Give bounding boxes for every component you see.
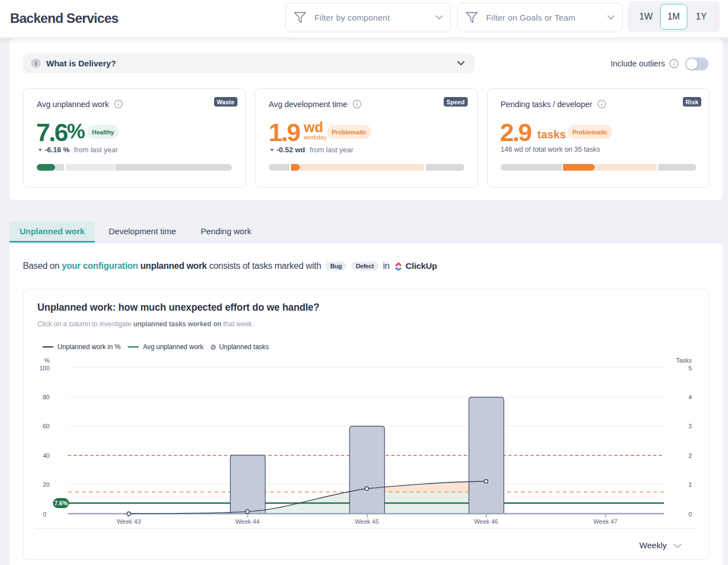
svg-text:Tasks: Tasks: [676, 357, 692, 364]
svg-text:4: 4: [688, 394, 692, 400]
svg-text:Week 47: Week 47: [593, 518, 617, 525]
svg-text:7.6%: 7.6%: [55, 500, 69, 506]
svg-text:Week 43: Week 43: [117, 518, 140, 525]
svg-text:%: %: [44, 357, 50, 364]
svg-text:Week 44: Week 44: [235, 518, 259, 525]
svg-text:100: 100: [40, 365, 50, 371]
svg-text:1: 1: [688, 481, 692, 488]
svg-text:5: 5: [688, 365, 692, 371]
svg-text:3: 3: [688, 423, 692, 429]
svg-text:0: 0: [688, 511, 692, 518]
svg-text:40: 40: [43, 452, 50, 459]
svg-text:80: 80: [43, 394, 50, 400]
svg-text:Week 45: Week 45: [355, 518, 378, 525]
svg-text:0: 0: [43, 511, 46, 518]
svg-text:20: 20: [43, 481, 50, 488]
svg-text:2: 2: [688, 452, 692, 459]
svg-text:Week 46: Week 46: [474, 518, 498, 525]
svg-text:60: 60: [43, 423, 50, 429]
